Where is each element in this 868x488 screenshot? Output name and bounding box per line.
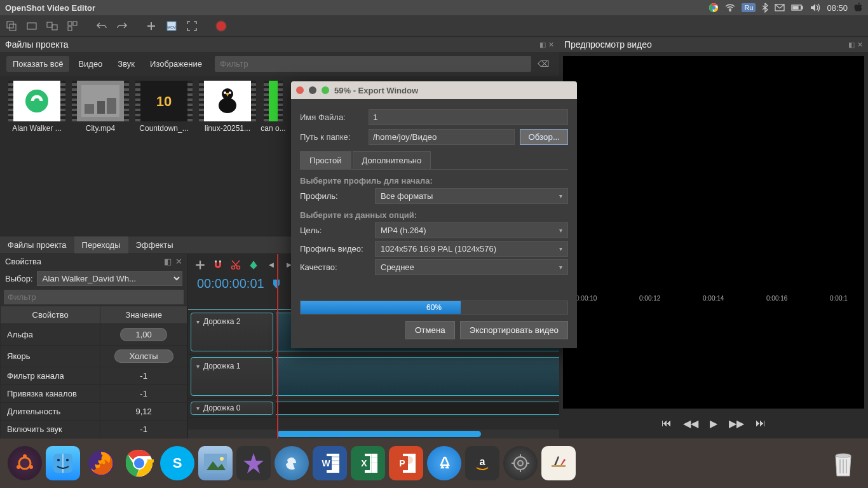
timeline-scrollbar[interactable] <box>188 430 559 438</box>
properties-filter-input[interactable] <box>4 290 184 304</box>
video-profile-select[interactable]: 1024x576 16:9 PAL (1024x576) <box>375 241 568 257</box>
wifi-icon[interactable] <box>725 4 735 11</box>
cancel-button[interactable]: Отмена <box>405 321 455 339</box>
marker-icon[interactable] <box>248 259 259 271</box>
close-panel-icon[interactable]: ✕ <box>548 41 554 49</box>
rewind-icon[interactable]: ◀◀ <box>683 417 698 430</box>
prop-val[interactable]: -1 <box>100 421 187 438</box>
undo-icon[interactable] <box>94 18 109 34</box>
dock-settings-icon[interactable] <box>503 446 538 480</box>
scissors-icon[interactable] <box>230 259 241 271</box>
svg-rect-76 <box>846 459 847 473</box>
dialog-titlebar[interactable]: 59% - Export Window <box>291 81 577 99</box>
track[interactable]: Дорожка 1 <box>188 355 559 399</box>
close-window-icon[interactable] <box>296 86 304 94</box>
dock-amazon-icon[interactable]: a <box>465 446 499 480</box>
dock-trash-icon[interactable] <box>826 446 860 480</box>
tab-image[interactable]: Изображение <box>144 56 208 72</box>
clear-filter-icon[interactable]: ⌫ <box>534 59 553 69</box>
project-filter-input[interactable] <box>215 56 531 72</box>
mail-icon[interactable] <box>775 4 785 11</box>
export-button[interactable]: Экспортировать видео <box>460 321 568 339</box>
clock[interactable]: 08:50 <box>827 3 848 13</box>
tab-transitions[interactable]: Переходы <box>74 236 128 254</box>
dock-skype-icon[interactable]: S <box>160 446 194 480</box>
thumb-item[interactable]: can o... <box>261 81 286 139</box>
prop-val[interactable]: 9,12 <box>100 403 187 421</box>
tool-btn-2[interactable] <box>24 18 39 34</box>
volume-icon[interactable] <box>810 3 820 12</box>
apple-icon[interactable] <box>854 3 863 13</box>
play-icon[interactable]: ▶ <box>710 417 717 430</box>
thumb-label: Countdown_... <box>133 124 194 133</box>
track-body[interactable] <box>276 357 559 396</box>
browse-button[interactable]: Обзор... <box>520 129 568 145</box>
undock-icon[interactable]: ◧ <box>848 41 855 49</box>
dock-tools-icon[interactable] <box>541 446 576 480</box>
dock-browser-icon[interactable] <box>275 446 309 480</box>
skip-end-icon[interactable]: ⏭ <box>756 417 766 430</box>
redo-icon[interactable] <box>114 18 130 34</box>
record-icon[interactable] <box>214 18 229 34</box>
file-icon[interactable]: MOV <box>164 18 179 34</box>
prev-marker-icon[interactable]: ◄ <box>266 259 277 271</box>
close-panel-icon[interactable]: ✕ <box>175 257 182 266</box>
forward-icon[interactable]: ▶▶ <box>729 417 744 430</box>
tab-simple[interactable]: Простой <box>300 151 351 169</box>
magnet-icon[interactable] <box>212 259 224 271</box>
skip-start-icon[interactable]: ⏮ <box>661 417 672 430</box>
prop-val[interactable]: -1 <box>100 385 187 403</box>
dock-imovie-icon[interactable] <box>236 446 271 480</box>
tab-advanced[interactable]: Дополнительно <box>353 151 431 169</box>
bluetooth-icon[interactable] <box>762 3 768 13</box>
tab-show-all[interactable]: Показать всё <box>6 56 69 72</box>
undock-icon[interactable]: ◧ <box>164 257 172 266</box>
track-header[interactable]: Дорожка 1 <box>191 357 273 396</box>
add-track-icon[interactable] <box>194 259 206 271</box>
path-input[interactable] <box>369 129 515 145</box>
prop-val[interactable]: Холсты <box>100 346 187 367</box>
track-header[interactable]: Дорожка 2 <box>191 313 273 351</box>
dock-word-icon[interactable]: W <box>313 446 347 480</box>
dock-firefox-icon[interactable] <box>84 446 118 480</box>
dock-powerpoint-icon[interactable]: P <box>389 446 423 480</box>
tool-btn-1[interactable] <box>4 18 19 34</box>
filename-input[interactable] <box>369 109 568 125</box>
tab-video[interactable]: Видео <box>72 56 109 72</box>
prop-val[interactable]: -1 <box>100 367 187 385</box>
add-icon[interactable] <box>144 18 159 34</box>
dock-excel-icon[interactable]: X <box>351 446 385 480</box>
thumb-item[interactable]: linux-20251... <box>197 81 258 139</box>
dock-appstore-icon[interactable] <box>427 446 461 480</box>
track-body[interactable] <box>276 402 559 415</box>
chrome-icon[interactable] <box>709 3 719 13</box>
maximize-window-icon[interactable] <box>322 86 329 94</box>
profile-select[interactable]: Все форматы <box>375 188 568 204</box>
thumb-item[interactable]: City.mp4 <box>70 81 131 139</box>
playhead[interactable] <box>277 254 278 438</box>
track[interactable]: Дорожка 0 <box>188 399 559 418</box>
dock-photos-icon[interactable] <box>198 446 233 480</box>
clip-select[interactable]: Alan Walker_David Wh... <box>37 271 182 286</box>
close-panel-icon[interactable]: ✕ <box>857 41 863 49</box>
tab-effects[interactable]: Эффекты <box>128 236 181 254</box>
fullscreen-icon[interactable] <box>184 18 200 34</box>
undock-icon[interactable]: ◧ <box>539 41 546 49</box>
dock-chrome-icon[interactable] <box>122 446 156 480</box>
battery-icon[interactable] <box>791 4 804 11</box>
target-select[interactable]: MP4 (h.264) <box>375 222 568 238</box>
dock-finder-icon[interactable] <box>46 446 80 480</box>
tool-btn-4[interactable] <box>65 18 80 34</box>
thumb-item[interactable]: Alan Walker ... <box>6 81 67 139</box>
minimize-window-icon[interactable] <box>309 86 316 94</box>
lang-indicator[interactable]: Ru <box>742 3 756 12</box>
prop-val[interactable]: 1,00 <box>100 324 187 346</box>
track-header[interactable]: Дорожка 0 <box>191 402 273 415</box>
quality-select[interactable]: Среднее <box>375 259 568 275</box>
dock-ubuntu-icon[interactable] <box>8 446 42 480</box>
profile-label: Профиль: <box>300 191 370 201</box>
thumb-item[interactable]: 10Countdown_... <box>133 81 194 139</box>
tab-files[interactable]: Файлы проекта <box>0 236 74 254</box>
tab-audio[interactable]: Звук <box>111 56 141 72</box>
tool-btn-3[interactable] <box>44 18 60 34</box>
